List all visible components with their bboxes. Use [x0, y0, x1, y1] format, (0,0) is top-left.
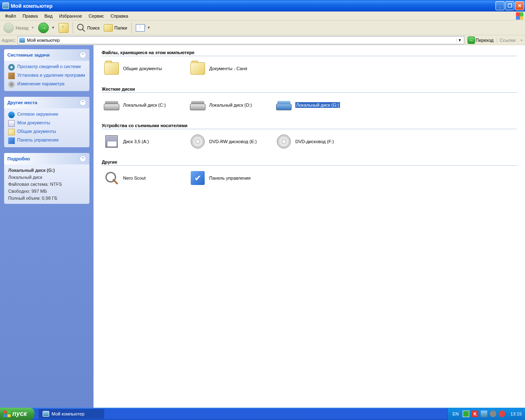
kaspersky-icon[interactable]: K	[472, 411, 478, 417]
content-area: Файлы, хранящиеся на этом компьютереОбщи…	[94, 45, 525, 409]
detail-name: Локальный диск (G:)	[8, 168, 85, 173]
address-dropdown[interactable]: ▼	[457, 38, 463, 42]
list-item[interactable]: Общие документы	[102, 59, 188, 78]
detail-free: Свободно: 997 МБ	[8, 189, 85, 194]
links-chevron-icon[interactable]: »	[520, 38, 523, 42]
system-tray: EN K 13:15	[447, 408, 525, 420]
toolbar: ← Назад ▼ → ▼ Поиск Папки ▼	[0, 21, 525, 35]
list-item[interactable]: Локальный диск (C:)	[102, 95, 188, 115]
item-label: Панель управления	[209, 176, 251, 180]
floppy-icon	[103, 133, 120, 150]
language-indicator[interactable]: EN	[451, 411, 460, 416]
main-area: Системные задачи ⌃ Просмотр сведений о с…	[0, 45, 525, 409]
gear-icon	[8, 81, 15, 88]
list-item[interactable]: DVD-RW дисковод (E:)	[188, 132, 274, 151]
tray-icon[interactable]	[499, 411, 505, 417]
task-change-setting[interactable]: Изменение параметра	[8, 81, 85, 88]
forward-icon: →	[38, 23, 49, 33]
chevron-down-icon: ▼	[31, 26, 34, 30]
menu-file[interactable]: Файл	[2, 13, 19, 19]
panel-title: Системные задачи	[7, 52, 50, 57]
dvd-icon	[189, 133, 206, 150]
menu-help[interactable]: Справка	[107, 13, 132, 19]
place-my-documents[interactable]: Мои документы	[8, 120, 85, 127]
minimize-button[interactable]: _	[495, 1, 504, 10]
group-header: Жесткие диски	[102, 87, 517, 93]
document-icon	[8, 120, 15, 127]
folder-icon	[104, 24, 113, 32]
links-button[interactable]: Ссылки	[497, 38, 518, 43]
menu-view[interactable]: Вид	[41, 13, 56, 19]
item-label: Nero Scout	[123, 176, 146, 180]
taskbar: пуск Мой компьютер EN K 13:15	[0, 408, 525, 420]
task-view-system-info[interactable]: Просмотр сведений о системе	[8, 64, 85, 71]
panel-title: Подробно	[7, 156, 30, 161]
folder-icon	[103, 60, 120, 77]
hdd-icon	[103, 97, 120, 113]
search-label: Поиск	[87, 25, 99, 30]
list-item[interactable]: Nero Scout	[102, 168, 188, 188]
detail-filesystem: Файловая система: NTFS	[8, 182, 85, 187]
go-icon: →	[468, 37, 475, 44]
go-label: Переход	[476, 38, 494, 43]
up-button[interactable]	[57, 22, 70, 34]
back-label: Назад	[16, 25, 29, 30]
list-item[interactable]: Документы - Саня	[188, 59, 274, 78]
search-button[interactable]: Поиск	[75, 23, 101, 33]
item-label: DVD-RW дисковод (E:)	[209, 139, 257, 144]
views-button[interactable]: ▼	[134, 23, 152, 32]
list-item[interactable]: Диск 3,5 (A:)	[102, 132, 188, 151]
start-button[interactable]: пуск	[0, 408, 34, 420]
computer-icon	[2, 2, 9, 9]
computer-icon	[19, 37, 25, 43]
start-label: пуск	[12, 410, 27, 418]
sidebar: Системные задачи ⌃ Просмотр сведений о с…	[0, 45, 94, 409]
menu-favorites[interactable]: Избранное	[56, 13, 85, 19]
hdd-blue-icon	[276, 97, 292, 113]
folder-icon	[189, 60, 206, 77]
address-value: Мой компьютер	[27, 38, 455, 43]
back-button[interactable]: ← Назад ▼	[2, 22, 36, 34]
clock[interactable]: 13:15	[508, 411, 522, 416]
windows-logo-icon	[516, 12, 523, 20]
menu-edit[interactable]: Правка	[19, 13, 41, 19]
maximize-button[interactable]: ❐	[505, 1, 514, 10]
back-icon: ←	[3, 23, 14, 33]
task-add-remove-programs[interactable]: Установка и удаление программ	[8, 73, 85, 79]
panel-details: Подробно ⌃ Локальный диск (G:) Локальный…	[4, 153, 89, 204]
tray-icon[interactable]	[463, 411, 469, 417]
up-folder-icon	[59, 23, 68, 33]
place-control-panel[interactable]: Панель управления	[8, 137, 85, 144]
tray-icon[interactable]	[490, 411, 496, 417]
address-label: Адрес:	[2, 38, 16, 43]
forward-button[interactable]: → ▼	[37, 22, 56, 34]
panel-header[interactable]: Другие места ⌃	[4, 97, 89, 108]
list-item[interactable]: Локальный диск (G:)	[274, 95, 360, 115]
windows-logo-icon	[3, 411, 11, 417]
address-field[interactable]: Мой компьютер ▼	[18, 36, 464, 44]
panel-system-tasks: Системные задачи ⌃ Просмотр сведений о с…	[4, 49, 89, 91]
item-label: DVD-дисковод (F:)	[295, 139, 334, 144]
separator	[73, 23, 73, 33]
list-item[interactable]: ✔Панель управления	[188, 168, 274, 188]
place-network[interactable]: Сетевое окружение	[8, 112, 85, 118]
panel-header[interactable]: Системные задачи ⌃	[4, 49, 89, 61]
list-item[interactable]: DVD-дисковод (F:)	[274, 132, 360, 151]
panel-header[interactable]: Подробно ⌃	[4, 153, 89, 164]
item-label: Локальный диск (G:)	[295, 102, 340, 108]
detail-total: Полный объем: 0,98 ГБ	[8, 196, 85, 201]
tray-icon[interactable]	[481, 411, 487, 417]
addressbar: Адрес: Мой компьютер ▼ → Переход Ссылки …	[0, 35, 525, 45]
folders-button[interactable]: Папки	[102, 23, 129, 32]
place-shared-documents[interactable]: Общие документы	[8, 129, 85, 135]
titlebar: Мой компьютер _ ❐ ✕	[0, 0, 525, 11]
close-button[interactable]: ✕	[515, 1, 524, 10]
item-label: Локальный диск (D:)	[209, 103, 252, 107]
cpanel-icon: ✔	[189, 170, 206, 186]
menu-tools[interactable]: Сервис	[85, 13, 107, 19]
list-item[interactable]: Локальный диск (D:)	[188, 95, 274, 115]
taskbar-item[interactable]: Мой компьютер	[39, 409, 104, 419]
separator	[131, 23, 132, 33]
go-button[interactable]: → Переход	[466, 37, 495, 44]
scout-icon	[103, 170, 120, 186]
